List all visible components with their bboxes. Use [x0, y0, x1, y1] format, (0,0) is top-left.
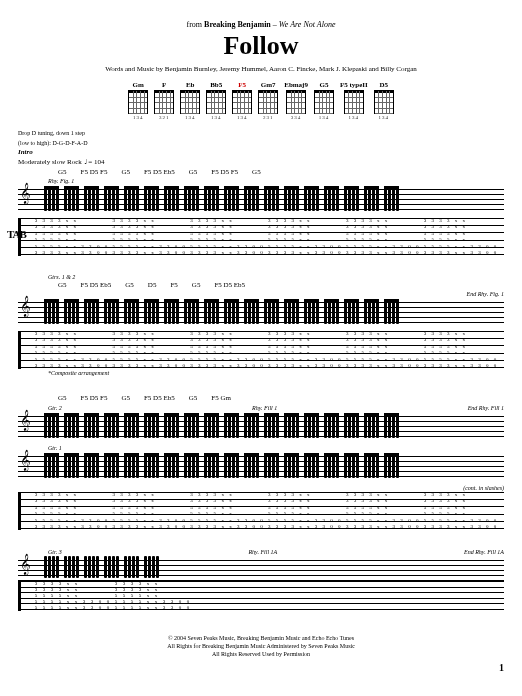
chord-name: D5	[379, 81, 388, 89]
tuning-label: Drop D tuning, down 1 step	[18, 130, 504, 136]
chord-diagram: Ebmaj9334	[284, 81, 308, 114]
chord-name: F5 typeII	[340, 81, 368, 89]
chord-name: Gm	[133, 81, 144, 89]
notation-staff-1: 𝄞	[18, 185, 504, 215]
tab-label: TAB	[7, 228, 26, 240]
chord-name: Bb5	[210, 81, 222, 89]
chord-diagram: F5134	[232, 81, 252, 114]
fingering: 231	[259, 115, 277, 120]
chord-symbol: G5	[189, 394, 198, 402]
fretboard-icon: 134	[206, 90, 226, 114]
chord-name: Ebmaj9	[284, 81, 308, 89]
chord-symbol: F5 D5 F5	[81, 168, 108, 176]
tab-staff-4: 335553335553335553335553xxxxxxxxxxxx3333…	[18, 581, 504, 611]
chord-diagram: F321	[154, 81, 174, 114]
notation-staff-2: 𝄞	[18, 298, 504, 328]
chord-name: Gm7	[261, 81, 276, 89]
chord-symbol: F5 D5 Eb5	[144, 394, 175, 402]
fingering: 321	[155, 115, 173, 120]
fretboard-icon: 134	[314, 90, 334, 114]
fretboard-icon: 134	[344, 90, 364, 114]
album-name: We Are Not Alone	[279, 20, 336, 29]
chord-diagram: D5134	[374, 81, 394, 114]
tab-staff-2: 335553335553335553335553xxxxxxxxxxxx3333…	[18, 331, 504, 369]
chord-symbol: G5	[121, 394, 130, 402]
tab-staff-1: TAB 335553335553335553335553xxxxxxxxxxxx…	[18, 218, 504, 256]
fingering: 134	[233, 115, 251, 120]
chord-symbol: F5 D5 Eb5	[214, 281, 245, 289]
chord-diagram: Gm134	[128, 81, 148, 114]
tab-numbers-4: 335553335553335553335553xxxxxxxxxxxx3333…	[33, 581, 500, 611]
gtr3-lbl: Gtr. 3	[48, 549, 62, 555]
chord-symbol: F5 D5 Eb5	[144, 168, 175, 176]
artist-name: Breaking Benjamin	[204, 20, 271, 29]
chord-diagram: Gm7231	[258, 81, 278, 114]
composite-note: *Composite arrangement	[48, 370, 504, 376]
chord-line-3: G5F5 D5 F5G5F5 D5 Eb5G5F5 Gm	[18, 394, 504, 402]
chord-symbol: G5	[58, 394, 67, 402]
chord-name: G5	[319, 81, 328, 89]
header-from-line: from Breaking Benjamin – We Are Not Alon…	[18, 20, 504, 29]
chord-diagram-row: Gm134F321Eb134Bb5134F5134Gm7231Ebmaj9334…	[18, 81, 504, 114]
fretboard-icon: 134	[180, 90, 200, 114]
system-3: G5F5 D5 F5G5F5 D5 Eb5G5F5 Gm Gtr. 2 Rhy.…	[18, 394, 504, 530]
rhy-fill-1a-start: Rhy. Fill 1A	[248, 549, 277, 555]
tab-numbers-2: 335553335553335553335553xxxxxxxxxxxx3333…	[33, 331, 500, 369]
gtrs-label: Gtrs. 1 & 2	[48, 274, 504, 280]
copyright-line-3: All Rights Reserved Used by Permission	[18, 651, 504, 659]
fingering: 134	[129, 115, 147, 120]
fretboard-icon: 134	[232, 90, 252, 114]
system-1: G5F5 D5 F5G5F5 D5 Eb5G5F5 D5 F5G5 Rhy. F…	[18, 168, 504, 256]
notation-staff-3: 𝄞	[18, 412, 504, 442]
songwriter-credits: Words and Music by Benjamin Burnley, Jer…	[18, 65, 504, 73]
fretboard-icon: 231	[258, 90, 278, 114]
notation-staff-4: 𝄞	[18, 556, 504, 578]
end-rhy-fig-1: End Rhy. Fig. 1	[48, 291, 504, 297]
copyright-line-2: All Rights for Breaking Benjamin Music A…	[18, 643, 504, 651]
chord-line-2: G5F5 D5 Eb5G5D5F5G5F5 D5 Eb5	[18, 281, 504, 289]
chord-symbol: G5	[125, 281, 134, 289]
copyright-line-1: © 2004 Seven Peaks Music, Breaking Benja…	[18, 635, 504, 643]
fretboard-icon: 134	[374, 90, 394, 114]
chord-symbol: G5	[252, 168, 261, 176]
chord-symbol: F5 D5 F5	[81, 394, 108, 402]
chord-symbol: F5 Gm	[211, 394, 231, 402]
chord-symbol: G5	[192, 281, 201, 289]
chord-name: Eb	[186, 81, 195, 89]
chord-symbol: G5	[58, 281, 67, 289]
chord-line-1: G5F5 D5 F5G5F5 D5 Eb5G5F5 D5 F5G5	[18, 168, 504, 176]
chord-symbol: F5 D5 F5	[211, 168, 238, 176]
rhy-markers-3: Gtr. 2 Rhy. Fill 1 End Rhy. Fill 1	[18, 404, 504, 412]
tab-numbers-3: 335553335553335553335553xxxxxxxxxxxx3333…	[33, 492, 500, 530]
chord-diagram: G5134	[314, 81, 334, 114]
chord-symbol: F5	[170, 281, 177, 289]
tempo-marking: Moderately slow Rock ♩ = 104	[18, 158, 504, 166]
rhy-markers-4: Gtr. 3 Rhy. Fill 1A End Rhy. Fill 1A	[18, 548, 504, 556]
chord-symbol: G5	[189, 168, 198, 176]
from-prefix: from	[187, 20, 203, 29]
rhy-fig-1-label: Rhy. Fig. 1	[48, 178, 504, 184]
cont-slashes: (cont. in slashes)	[48, 485, 504, 491]
section-intro: Intro	[18, 148, 504, 156]
chord-symbol: G5	[58, 168, 67, 176]
chord-name: F	[162, 81, 166, 89]
tab-staff-3: 335553335553335553335553xxxxxxxxxxxx3333…	[18, 492, 504, 530]
notation-staff-3b: 𝄞	[18, 452, 504, 482]
gtr1-lbl: Gtr. 1	[48, 445, 504, 451]
fingering: 134	[207, 115, 225, 120]
rhy-fill-1a-end: End Rhy. Fill 1A	[464, 549, 504, 555]
fingering: 134	[345, 115, 363, 120]
copyright-footer: © 2004 Seven Peaks Music, Breaking Benja…	[18, 635, 504, 658]
chord-diagram: F5 typeII134	[340, 81, 368, 114]
fingering: 134	[375, 115, 393, 120]
fretboard-icon: 334	[286, 90, 306, 114]
fretboard-icon: 321	[154, 90, 174, 114]
fingering: 334	[287, 115, 305, 120]
fingering: 134	[181, 115, 199, 120]
chord-symbol: D5	[148, 281, 157, 289]
rhy-fill-1-end: End Rhy. Fill 1	[468, 405, 504, 411]
page-number: 1	[18, 662, 504, 673]
chord-diagram: Bb5134	[206, 81, 226, 114]
chord-name: F5	[238, 81, 246, 89]
tab-numbers-1: 335553335553335553335553xxxxxxxxxxxx3333…	[33, 218, 500, 256]
